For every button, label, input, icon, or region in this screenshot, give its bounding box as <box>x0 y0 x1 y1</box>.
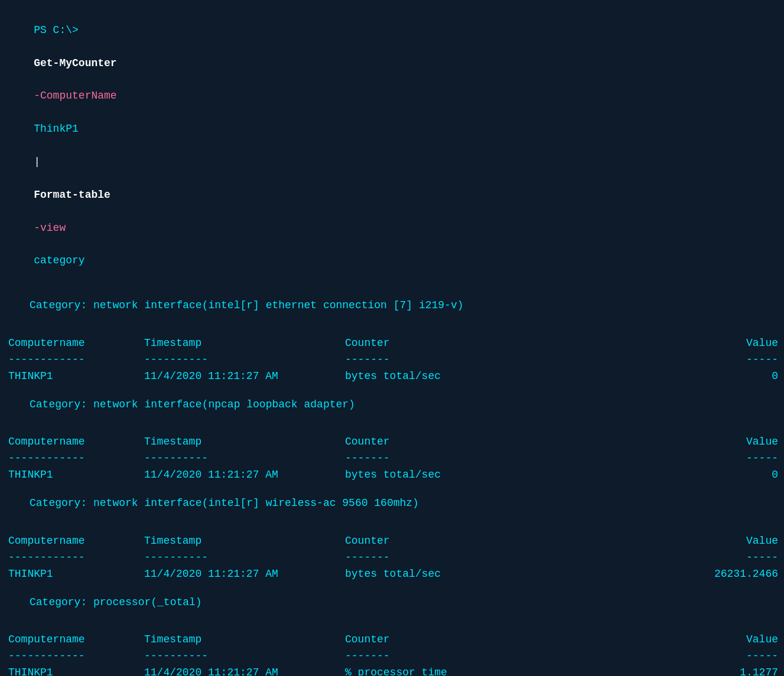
table-divider-1: ---------------------------------- <box>6 450 778 467</box>
cell-value: 0 <box>684 368 778 385</box>
col-value-divider: ----- <box>684 648 778 665</box>
col-computername-divider: ------------ <box>8 550 144 566</box>
cell-value: 1.1277 <box>684 665 778 676</box>
col-value-header: Value <box>684 335 778 352</box>
param2-value: category <box>34 254 84 266</box>
cell-computername: THINKP1 <box>8 368 144 385</box>
col-computername-header: Computername <box>8 434 144 450</box>
col-timestamp-divider: ---------- <box>144 550 345 566</box>
table-header-1: ComputernameTimestampCounterValue <box>6 434 778 450</box>
col-value-header: Value <box>684 533 778 550</box>
col-computername-divider: ------------ <box>8 648 144 665</box>
col-computername-header: Computername <box>8 335 144 352</box>
table-1: ComputernameTimestampCounterValue-------… <box>6 434 778 484</box>
col-timestamp-header: Timestamp <box>144 533 345 550</box>
section-2: Category: network interface(intel[r] wir… <box>6 495 778 582</box>
command-line: PS C:\> Get-MyCounter -ComputerName Thin… <box>6 6 778 286</box>
col-counter-header: Counter <box>345 335 684 352</box>
section-3: Category: processor(_total) Computername… <box>6 595 778 677</box>
col-value-header: Value <box>684 434 778 450</box>
col-counter-header: Counter <box>345 434 684 450</box>
col-computername-header: Computername <box>8 533 144 550</box>
col-timestamp-divider: ---------- <box>144 648 345 665</box>
col-computername-divider: ------------ <box>8 450 144 467</box>
param1-name: -ComputerName <box>34 90 116 102</box>
table-row-2-0: THINKP111/4/2020 11:21:27 AMbytes total/… <box>6 566 778 583</box>
col-timestamp-header: Timestamp <box>144 335 345 352</box>
col-value-divider: ----- <box>684 550 778 566</box>
col-counter-divider: ------- <box>345 550 684 566</box>
col-timestamp-divider: ---------- <box>144 450 345 467</box>
cell-counter: bytes total/sec <box>345 566 684 583</box>
category-line-3: Category: processor(_total) <box>6 595 778 611</box>
table-header-0: ComputernameTimestampCounterValue <box>6 335 778 352</box>
cell-computername: THINKP1 <box>8 467 144 484</box>
col-counter-header: Counter <box>345 632 684 648</box>
table-3: ComputernameTimestampCounterValue-------… <box>6 632 778 676</box>
col-counter-divider: ------- <box>345 450 684 467</box>
cell-counter: % processor time <box>345 665 684 676</box>
col-value-divider: ----- <box>684 352 778 368</box>
category-line-2: Category: network interface(intel[r] wir… <box>6 495 778 512</box>
command-name: Get-MyCounter <box>34 57 116 69</box>
category-line-1: Category: network interface(npcap loopba… <box>6 397 778 413</box>
param2-name: -view <box>34 222 66 234</box>
format-command: Format-table <box>34 189 110 201</box>
col-counter-divider: ------- <box>345 352 684 368</box>
col-computername-header: Computername <box>8 632 144 648</box>
col-counter-header: Counter <box>345 533 684 550</box>
table-0: ComputernameTimestampCounterValue-------… <box>6 335 778 385</box>
cell-timestamp: 11/4/2020 11:21:27 AM <box>144 368 345 385</box>
sections-container: Category: network interface(intel[r] eth… <box>6 298 778 676</box>
cell-computername: THINKP1 <box>8 665 144 676</box>
ps-prompt: PS C:\> <box>34 24 79 36</box>
cell-counter: bytes total/sec <box>345 467 684 484</box>
table-header-2: ComputernameTimestampCounterValue <box>6 533 778 550</box>
cell-timestamp: 11/4/2020 11:21:27 AM <box>144 665 345 676</box>
cell-computername: THINKP1 <box>8 566 144 583</box>
col-counter-divider: ------- <box>345 648 684 665</box>
table-divider-0: ---------------------------------- <box>6 352 778 368</box>
col-value-divider: ----- <box>684 450 778 467</box>
section-1: Category: network interface(npcap loopba… <box>6 397 778 484</box>
col-timestamp-header: Timestamp <box>144 632 345 648</box>
col-timestamp-divider: ---------- <box>144 352 345 368</box>
pipe-symbol: | <box>34 156 40 168</box>
col-value-header: Value <box>684 632 778 648</box>
table-row-0-0: THINKP111/4/2020 11:21:27 AMbytes total/… <box>6 368 778 385</box>
col-timestamp-header: Timestamp <box>144 434 345 450</box>
param1-value: ThinkP1 <box>34 123 79 135</box>
table-2: ComputernameTimestampCounterValue-------… <box>6 533 778 583</box>
col-computername-divider: ------------ <box>8 352 144 368</box>
table-header-3: ComputernameTimestampCounterValue <box>6 632 778 648</box>
cell-value: 26231.2466 <box>684 566 778 583</box>
table-divider-2: ---------------------------------- <box>6 550 778 566</box>
cell-value: 0 <box>684 467 778 484</box>
table-row-1-0: THINKP111/4/2020 11:21:27 AMbytes total/… <box>6 467 778 484</box>
table-divider-3: ---------------------------------- <box>6 648 778 665</box>
section-0: Category: network interface(intel[r] eth… <box>6 298 778 384</box>
cell-timestamp: 11/4/2020 11:21:27 AM <box>144 566 345 583</box>
table-row-3-0: THINKP111/4/2020 11:21:27 AM% processor … <box>6 665 778 676</box>
terminal: PS C:\> Get-MyCounter -ComputerName Thin… <box>0 6 784 676</box>
cell-counter: bytes total/sec <box>345 368 684 385</box>
category-line-0: Category: network interface(intel[r] eth… <box>6 298 778 314</box>
cell-timestamp: 11/4/2020 11:21:27 AM <box>144 467 345 484</box>
